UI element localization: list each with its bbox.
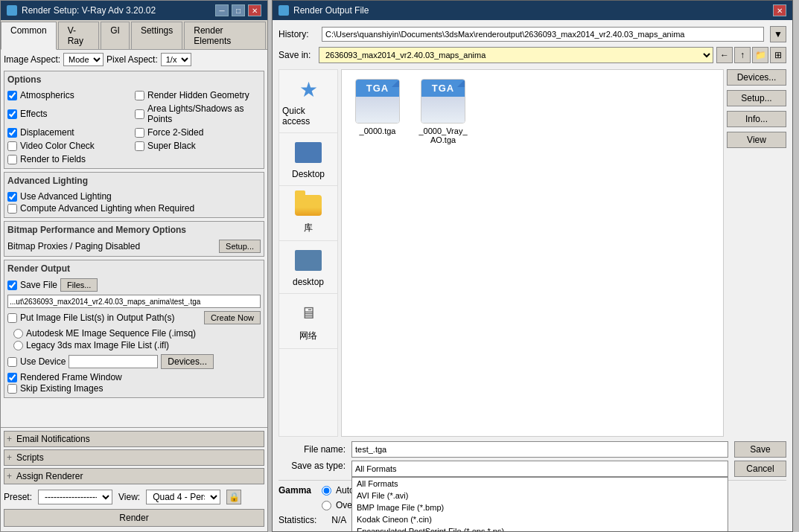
tab-gi[interactable]: GI [101,22,130,49]
use-device-row: Use Device Devices... [7,354,261,369]
file-item-0000tga[interactable]: TGA _0000.tga [348,76,407,147]
file-browser: ★ Quick access Desktop 库 [278,69,786,437]
dropdown-all-formats[interactable]: All Formats [352,478,728,490]
preset-combo[interactable]: -------------------- [38,490,112,504]
render-button[interactable]: Render [4,509,264,527]
adv-lighting-title: Advanced Lighting [7,176,261,186]
dropdown-avi[interactable]: AVI File (*.avi) [352,490,728,501]
devices-action-btn[interactable]: Devices... [727,69,786,86]
image-aspect-combo[interactable]: Mode [63,53,104,66]
gamma-override-radio[interactable] [322,501,331,510]
savetype-combo[interactable]: All Formats [351,461,728,477]
area-lights-checkbox[interactable] [135,109,144,119]
tab-render-elements[interactable]: Render Elements [184,22,266,49]
video-color-checkbox[interactable] [7,141,17,151]
save-file-checkbox[interactable] [7,281,17,290]
lock-icon-button[interactable]: 🔒 [226,490,241,504]
savetype-combo-wrapper: All Formats All Formats AVI File (*.avi)… [351,461,728,477]
scripts-label: Scripts [16,452,44,463]
render-output-section: Render Output Save File Files... Put Ima… [4,260,264,398]
tab-common[interactable]: Common [1,22,57,50]
radio-ifl[interactable] [13,341,23,350]
minimize-button[interactable]: ─ [215,4,229,16]
network-shape: 🖥 [300,304,316,323]
up-btn[interactable]: ↑ [734,47,751,63]
save-in-combo[interactable]: 2636093_max2014_vr2.40.03_maps_anima [319,47,713,63]
render-fields-label: Render to Fields [20,154,86,164]
pixel-aspect-combo[interactable]: 1/x [161,53,191,66]
pixel-aspect-label: Pixel Aspect: [106,54,158,65]
info-action-btn[interactable]: Info... [727,111,786,127]
force-2sided-checkbox[interactable] [135,128,144,138]
new-folder-btn[interactable]: 📁 [752,47,768,63]
put-image-checkbox[interactable] [7,313,17,323]
file-main-area[interactable]: TGA _0000.tga TGA _0000_Vray_AO.tga [341,69,724,437]
force-2sided-row: Force 2-Sided [135,126,261,138]
render-hidden-checkbox[interactable] [135,91,144,100]
device-input[interactable] [69,355,158,368]
email-notifications-label: Email Notifications [16,434,90,444]
use-adv-lighting-checkbox[interactable] [7,192,17,202]
scroll-area[interactable]: Image Aspect: Mode Pixel Aspect: 1/x Opt… [1,50,267,427]
files-button[interactable]: Files... [60,278,98,292]
tab-settings[interactable]: Settings [131,22,182,49]
tab-vray[interactable]: V-Ray [58,22,100,49]
gamma-automatic-radio[interactable] [322,486,331,496]
setup-action-btn[interactable]: Setup... [727,90,786,106]
put-image-row: Put Image File List(s) in Output Path(s)… [7,311,261,324]
email-notifications-button[interactable]: + Email Notifications [4,431,264,447]
create-now-button[interactable]: Create Now [204,311,261,324]
bottom-buttons: + Email Notifications + Scripts + Assign… [1,427,267,531]
radio-imsq[interactable] [13,329,23,339]
skip-existing-checkbox[interactable] [7,384,17,394]
sidebar-desktop2[interactable]: desktop [279,241,337,294]
rendered-frame-checkbox[interactable] [7,373,17,382]
displacement-checkbox[interactable] [7,128,17,138]
savetype-dropdown[interactable]: All Formats AVI File (*.avi) BMP Image F… [351,477,728,531]
compute-adv-lighting-label: Compute Advanced Lighting when Required [20,203,194,214]
compute-adv-lighting-checkbox[interactable] [7,204,17,214]
scripts-button[interactable]: + Scripts [4,449,264,466]
use-device-checkbox[interactable] [7,357,17,367]
savetype-label: Save as type: [278,461,346,471]
save-button[interactable]: Save [734,441,786,458]
view-combo[interactable]: Quad 4 - Perspe [146,490,220,504]
network-icon: 🖥 [293,300,323,327]
sidebar-library[interactable]: 库 [279,186,337,241]
maximize-button[interactable]: □ [232,4,245,16]
atmospherics-checkbox[interactable] [7,91,17,100]
history-label: History: [278,29,316,39]
folder-shape [295,195,322,216]
filename-input[interactable] [351,441,728,458]
tga-body-0 [356,97,399,123]
preset-row: Preset: -------------------- View: Quad … [4,487,264,507]
dropdown-eps[interactable]: Encapsulated PostScript File (*.eps,*.ps… [352,525,728,531]
dialog-close-button[interactable]: ✕ [773,4,786,16]
effects-checkbox[interactable] [7,109,17,119]
bitmap-row: Bitmap Proxies / Paging Disabled Setup..… [7,240,261,253]
dropdown-cin[interactable]: Kodak Cineon (*.cin) [352,513,728,525]
back-btn[interactable]: ← [716,47,733,63]
bitmap-setup-button[interactable]: Setup... [219,240,261,253]
history-nav-btn[interactable]: ▼ [770,26,786,42]
view-action-btn[interactable]: View [727,132,786,148]
sidebar-network[interactable]: 🖥 网络 [279,294,337,349]
super-black-row: Super Black [135,140,261,152]
file-item-0000vrayao[interactable]: TGA _0000_Vray_AO.tga [413,76,473,147]
devices-button[interactable]: Devices... [161,354,214,369]
cancel-button[interactable]: Cancel [734,461,786,477]
assign-renderer-button[interactable]: + Assign Renderer [4,468,264,484]
tga-body-1 [421,97,465,123]
sidebar-quick-access[interactable]: ★ Quick access [279,70,337,133]
sidebar-desktop[interactable]: Desktop [279,133,337,186]
file-path-input[interactable] [7,295,261,308]
dialog-titlebar-controls: ✕ [773,4,786,16]
preset-label: Preset: [4,492,32,502]
render-fields-checkbox[interactable] [7,155,17,164]
dropdown-bmp[interactable]: BMP Image File (*.bmp) [352,501,728,513]
view-btn[interactable]: ⊞ [770,47,786,63]
history-input[interactable] [322,27,764,42]
close-button[interactable]: ✕ [248,4,261,16]
gamma-title: Gamma [278,485,316,496]
super-black-checkbox[interactable] [135,141,144,151]
